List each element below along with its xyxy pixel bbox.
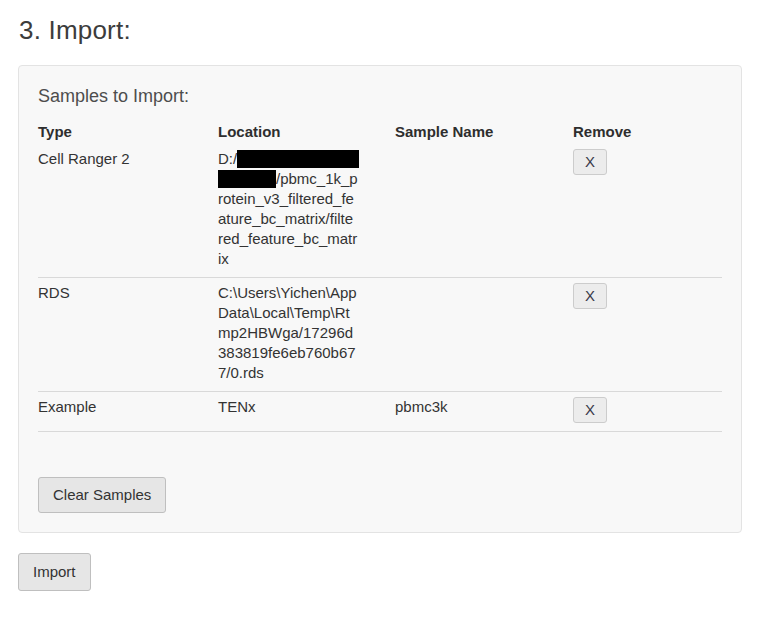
import-section: 3. Import: Samples to Import: Type Locat… [0, 0, 760, 591]
sample-name: pbmc3k [395, 397, 573, 417]
location-line: 7/0.rds [218, 363, 395, 383]
sample-location: TENx [218, 397, 395, 417]
remove-sample-button[interactable]: X [573, 397, 607, 423]
location-line: ix [218, 249, 395, 269]
location-line: red_feature_bc_matr [218, 229, 395, 249]
location-text: C:\Users\Yichen\App [218, 284, 357, 301]
sample-type: Cell Ranger 2 [38, 149, 218, 169]
location-line: C:\Users\Yichen\App [218, 283, 395, 303]
samples-panel: Samples to Import: Type Location Sample … [18, 65, 742, 533]
table-row: ExampleTENxpbmc3kX [38, 392, 722, 432]
redaction-bar [237, 150, 359, 168]
column-header-remove: Remove [573, 122, 722, 142]
sample-type: RDS [38, 283, 218, 303]
location-line: D:/ [218, 149, 395, 169]
location-text: ature_bc_matrix/filte [218, 210, 353, 227]
location-line: TENx [218, 397, 395, 417]
sample-location: C:\Users\Yichen\AppData\Local\Temp\Rtmp2… [218, 283, 395, 383]
location-line: 383819fe6eb760b67 [218, 343, 395, 363]
table-row: Cell Ranger 2D://pbmc_1k_protein_v3_filt… [38, 144, 722, 278]
samples-table-body: Cell Ranger 2D://pbmc_1k_protein_v3_filt… [38, 144, 722, 432]
location-text: TENx [218, 398, 256, 415]
location-text: 383819fe6eb760b67 [218, 344, 356, 361]
location-line: rotein_v3_filtered_fe [218, 189, 395, 209]
location-text: red_feature_bc_matr [218, 230, 357, 247]
location-line: mp2HBWga/17296d [218, 323, 395, 343]
column-header-location: Location [218, 122, 395, 142]
samples-panel-heading: Samples to Import: [38, 86, 722, 107]
column-header-sample-name: Sample Name [395, 122, 573, 142]
location-text: /pbmc_1k_p [276, 170, 358, 187]
table-row: RDSC:\Users\Yichen\AppData\Local\Temp\Rt… [38, 278, 722, 392]
remove-cell: X [573, 283, 722, 309]
location-text: ix [218, 250, 229, 267]
location-text: 7/0.rds [218, 364, 264, 381]
sample-type: Example [38, 397, 218, 417]
redaction-bar [218, 170, 276, 188]
remove-cell: X [573, 397, 722, 423]
sample-location: D://pbmc_1k_protein_v3_filtered_feature_… [218, 149, 395, 269]
location-line: Data\Local\Temp\Rt [218, 303, 395, 323]
location-text: Data\Local\Temp\Rt [218, 304, 350, 321]
location-text: D:/ [218, 150, 237, 167]
table-header-row: Type Location Sample Name Remove [38, 122, 722, 144]
clear-samples-button[interactable]: Clear Samples [38, 477, 166, 513]
remove-sample-button[interactable]: X [573, 149, 607, 175]
column-header-type: Type [38, 122, 218, 142]
location-text: rotein_v3_filtered_fe [218, 190, 354, 207]
remove-cell: X [573, 149, 722, 175]
location-line: /pbmc_1k_p [218, 169, 395, 189]
import-button[interactable]: Import [18, 553, 91, 591]
remove-sample-button[interactable]: X [573, 283, 607, 309]
location-line: ature_bc_matrix/filte [218, 209, 395, 229]
location-text: mp2HBWga/17296d [218, 324, 353, 341]
page-title: 3. Import: [19, 16, 742, 45]
